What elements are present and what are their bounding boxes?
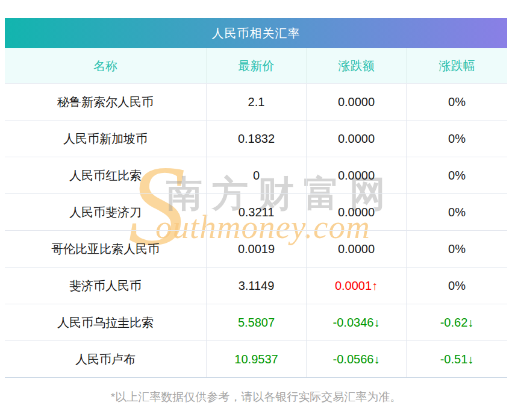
currency-name: 人民币红比索	[5, 157, 206, 193]
change-percent: 0%	[406, 84, 507, 120]
table-row: 人民币乌拉圭比索 5.5807 -0.0346↓ -0.62↓	[5, 304, 507, 340]
change-percent: 0%	[406, 121, 507, 157]
latest-price: 0.0019	[206, 231, 306, 267]
table-row: 人民币卢布 10.9537 -0.0566↓ -0.51↓	[5, 340, 507, 377]
table-row: 人民币斐济刀 0.3211 0.0000 0%	[5, 193, 507, 230]
currency-name: 人民币乌拉圭比索	[5, 304, 206, 340]
change-amount: -0.0346↓	[306, 304, 406, 340]
exchange-rate-table: 人民币相关汇率 名称 最新价 涨跌额 涨跌幅 秘鲁新索尔人民币 2.1 0.00…	[5, 18, 507, 378]
table-body: 秘鲁新索尔人民币 2.1 0.0000 0% 人民币新加坡币 0.1832 0.…	[5, 83, 507, 377]
currency-name: 哥伦比亚比索人民币	[5, 231, 206, 267]
column-header-change-percent: 涨跌幅	[406, 48, 507, 83]
currency-name: 人民币斐济刀	[5, 194, 206, 230]
currency-name: 人民币卢布	[5, 341, 206, 377]
change-amount: 0.0000	[306, 84, 406, 120]
currency-name: 斐济币人民币	[5, 268, 206, 304]
table-title: 人民币相关汇率	[212, 25, 301, 42]
latest-price: 0.3211	[206, 194, 306, 230]
latest-price: 5.5807	[206, 304, 306, 340]
change-percent: -0.62↓	[406, 304, 507, 340]
column-header-change-amount: 涨跌额	[306, 48, 406, 83]
table-title-bar: 人民币相关汇率	[5, 18, 507, 48]
change-amount: 0.0000	[306, 121, 406, 157]
column-header-latest-price: 最新价	[206, 48, 306, 83]
column-header-name: 名称	[5, 48, 206, 83]
currency-name: 秘鲁新索尔人民币	[5, 84, 206, 120]
change-amount: 0.0000	[306, 194, 406, 230]
change-amount: -0.0566↓	[306, 341, 406, 377]
table-header-row: 名称 最新价 涨跌额 涨跌幅	[5, 48, 507, 83]
latest-price: 0	[206, 157, 306, 193]
latest-price: 0.1832	[206, 121, 306, 157]
change-percent: 0%	[406, 268, 507, 304]
table-bottom-border	[5, 377, 507, 378]
change-amount: 0.0000	[306, 231, 406, 267]
latest-price: 3.1149	[206, 268, 306, 304]
disclaimer-note: *以上汇率数据仅供参考，请以各银行实际交易汇率为准。	[0, 389, 512, 405]
change-percent: -0.51↓	[406, 341, 507, 377]
change-amount: 0.0000	[306, 157, 406, 193]
latest-price: 10.9537	[206, 341, 306, 377]
page: S 南方财富网 outhmoney.com 人民币相关汇率 名称 最新价 涨跌额…	[0, 0, 512, 420]
table-row: 斐济币人民币 3.1149 0.0001↑ 0%	[5, 267, 507, 304]
change-percent: 0%	[406, 231, 507, 267]
table-row: 哥伦比亚比索人民币 0.0019 0.0000 0%	[5, 230, 507, 267]
change-percent: 0%	[406, 157, 507, 193]
change-amount: 0.0001↑	[306, 268, 406, 304]
table-row: 人民币红比索 0 0.0000 0%	[5, 157, 507, 193]
change-percent: 0%	[406, 194, 507, 230]
latest-price: 2.1	[206, 84, 306, 120]
table-row: 人民币新加坡币 0.1832 0.0000 0%	[5, 120, 507, 157]
currency-name: 人民币新加坡币	[5, 121, 206, 157]
table-row: 秘鲁新索尔人民币 2.1 0.0000 0%	[5, 83, 507, 120]
